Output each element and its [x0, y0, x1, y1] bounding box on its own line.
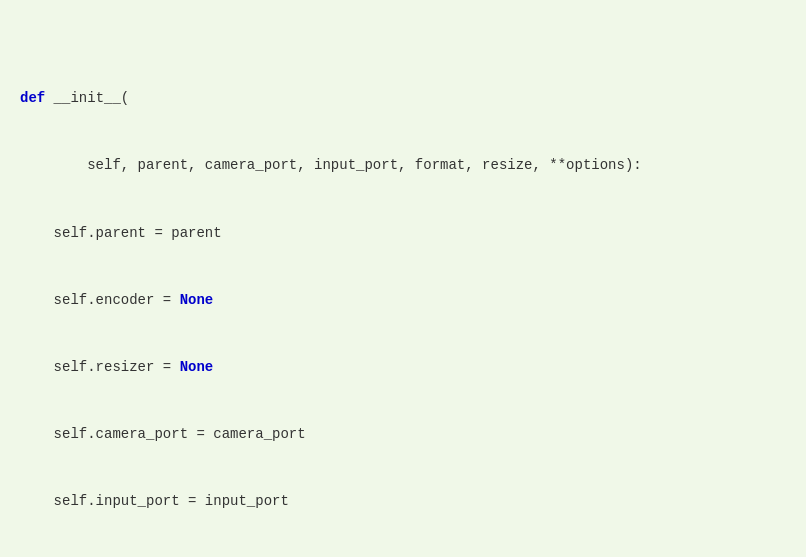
code-container: def __init__( self, parent, camera_port,… — [0, 0, 806, 557]
code-block: def __init__( self, parent, camera_port,… — [20, 20, 786, 557]
keyword-none-1: None — [180, 292, 214, 308]
code-line-6: self.camera_port = camera_port — [20, 423, 786, 445]
code-line-4: self.encoder = None — [20, 289, 786, 311]
code-line-5: self.resizer = None — [20, 356, 786, 378]
code-line-7: self.input_port = input_port — [20, 490, 786, 512]
keyword-none-2: None — [180, 359, 214, 375]
code-line-2: self, parent, camera_port, input_port, f… — [20, 154, 786, 176]
code-line-3: self.parent = parent — [20, 222, 786, 244]
code-line-1: def __init__( — [20, 87, 786, 109]
keyword-def: def — [20, 90, 45, 106]
